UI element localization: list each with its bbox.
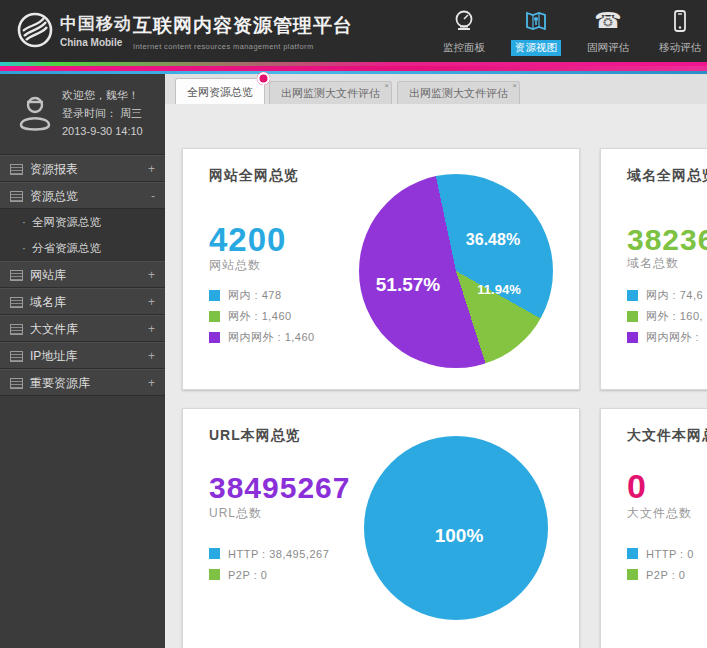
collapse-minus-icon[interactable]: - — [151, 183, 155, 209]
expand-plus-icon[interactable]: + — [148, 316, 155, 342]
app-subtitle: Internet content resources management pl… — [133, 42, 353, 51]
pie-slice-label: 51.57% — [376, 274, 440, 296]
sidebar-item-bigfile-library[interactable]: 大文件库 + — [0, 315, 165, 342]
user-panel: 欢迎您，魏华！ 登录时间： 周三 2013-9-30 14:10 — [0, 74, 165, 155]
legend-text: 网内网外 : 1,460 — [228, 330, 315, 345]
library-icon — [10, 270, 23, 281]
card-bigfile-overview: 大文件本网总览 0 大文件总数 HTTP : 0 P2P : 0 — [600, 408, 707, 648]
nav-item-monitor-panel[interactable]: 监控面板 — [428, 5, 500, 56]
sidebar-item-ip-library[interactable]: IP地址库 + — [0, 342, 165, 369]
sidebar-item-resource-report[interactable]: 资源报表 + — [0, 155, 165, 182]
sidebar: 欢迎您，魏华！ 登录时间： 周三 2013-9-30 14:10 资源报表 + … — [0, 74, 165, 648]
legend-text: 网内 : 74,6 — [646, 288, 703, 303]
legend-swatch — [627, 569, 638, 580]
pie-slice-label: 36.48% — [466, 231, 520, 249]
legend-text: 网内网外 : — [646, 330, 699, 345]
user-avatar-icon — [13, 91, 57, 135]
stat-number: 0 — [627, 467, 647, 506]
main-area: 全网资源总览 出网监测大文件评估 × 出网监测大文件评估 × 网站全网总览 42… — [165, 74, 707, 648]
welcome-text: 欢迎您，魏华！ — [62, 86, 143, 104]
tab-label: 全网资源总览 — [187, 86, 253, 98]
card-title: 域名全网总览 — [627, 167, 707, 185]
sidebar-item-label: IP地址库 — [30, 349, 77, 363]
legend-item: 网内网外 : 1,460 — [209, 327, 315, 348]
legend-swatch — [209, 569, 220, 580]
legend: 网内 : 478 网外 : 1,460 网内网外 : 1,460 — [209, 285, 315, 348]
sidebar-subitem-label: 全网资源总览 — [32, 216, 101, 228]
library-icon — [10, 297, 23, 308]
legend-text: 网内 : 478 — [228, 288, 282, 303]
expand-plus-icon[interactable]: + — [148, 262, 155, 288]
expand-plus-icon[interactable]: + — [148, 370, 155, 396]
card-domain-overview: 域名全网总览 382361 域名总数 网内 : 74,6 网外 : 160, 网… — [600, 148, 707, 390]
app-title: 互联网内容资源管理平台 — [133, 13, 353, 39]
bullet-icon: · — [22, 209, 26, 235]
legend-swatch — [627, 332, 638, 343]
sidebar-item-label: 网站库 — [30, 268, 66, 282]
sidebar-item-important-resource-library[interactable]: 重要资源库 + — [0, 369, 165, 396]
legend-text: P2P : 0 — [228, 569, 267, 581]
nav-item-resource-view[interactable]: 资源视图 — [500, 5, 572, 56]
stat-number: 382361 — [627, 223, 707, 257]
nav-item-fixed-network-eval[interactable]: ☎ 固网评估 — [572, 5, 644, 56]
legend-item: P2P : 0 — [627, 564, 694, 585]
nav-label[interactable]: 固网评估 — [583, 40, 633, 56]
pie-slice-label: 11.94% — [477, 282, 520, 297]
legend-item: 网外 : 160, — [627, 306, 703, 327]
login-time-value: 2013-9-30 14:10 — [62, 122, 143, 140]
library-icon — [10, 324, 23, 335]
card-url-overview: URL本网总览 38495267 URL总数 HTTP : 38,495,267… — [182, 408, 580, 648]
tab-outbound-bigfile-eval-2[interactable]: 出网监测大文件评估 × — [397, 81, 520, 104]
stat-number: 38495267 — [209, 471, 350, 505]
legend-swatch — [209, 311, 220, 322]
legend-item: 网内网外 : — [627, 327, 703, 348]
phone-icon: ☎ — [572, 5, 644, 37]
close-icon[interactable]: × — [512, 82, 517, 90]
legend-item: P2P : 0 — [209, 564, 329, 585]
legend-swatch — [209, 332, 220, 343]
legend-item: HTTP : 38,495,267 — [209, 543, 329, 564]
sidebar-subitem-province-overview[interactable]: · 分省资源总览 — [0, 235, 165, 261]
user-info: 欢迎您，魏华！ 登录时间： 周三 2013-9-30 14:10 — [62, 86, 143, 140]
dashboard-content: 网站全网总览 4200 网站总数 网内 : 478 网外 : 1,460 网内网… — [165, 104, 707, 648]
legend-item: 网内 : 74,6 — [627, 285, 703, 306]
legend-swatch — [627, 548, 638, 559]
expand-plus-icon[interactable]: + — [148, 289, 155, 315]
tab-bar: 全网资源总览 出网监测大文件评估 × 出网监测大文件评估 × — [165, 74, 707, 104]
sidebar-menu: 资源报表 + 资源总览 - · 全网资源总览 · 分省资源总览 网站库 + 域名… — [0, 155, 165, 396]
login-time-label: 登录时间： 周三 — [62, 104, 143, 122]
brand-name-cn: 中国移动 — [60, 12, 132, 35]
sidebar-subitem-whole-network-overview[interactable]: · 全网资源总览 — [0, 209, 165, 235]
sidebar-item-resource-overview[interactable]: 资源总览 - — [0, 182, 165, 209]
nav-label[interactable]: 资源视图 — [511, 40, 561, 56]
close-icon[interactable]: × — [384, 82, 389, 90]
legend: 网内 : 74,6 网外 : 160, 网内网外 : — [627, 285, 703, 348]
nav-label[interactable]: 移动评估 — [655, 40, 705, 56]
tab-outbound-bigfile-eval-1[interactable]: 出网监测大文件评估 × — [269, 81, 392, 104]
expand-plus-icon[interactable]: + — [148, 343, 155, 369]
accent-stripes — [0, 62, 707, 74]
report-icon — [10, 191, 23, 202]
brand-block: 中国移动 China Mobile — [60, 12, 132, 48]
sidebar-item-label: 大文件库 — [30, 322, 78, 336]
mobile-icon — [644, 5, 707, 37]
legend-item: 网外 : 1,460 — [209, 306, 315, 327]
map-icon — [500, 5, 572, 37]
china-mobile-logo-icon — [16, 11, 54, 49]
stat-label: 大文件总数 — [627, 505, 692, 522]
brand-name-en: China Mobile — [60, 37, 132, 48]
card-website-overview: 网站全网总览 4200 网站总数 网内 : 478 网外 : 1,460 网内网… — [182, 148, 580, 390]
nav-label[interactable]: 监控面板 — [439, 40, 489, 56]
sidebar-item-domain-library[interactable]: 域名库 + — [0, 288, 165, 315]
legend-item: HTTP : 0 — [627, 543, 694, 564]
app-title-block: 互联网内容资源管理平台 Internet content resources m… — [133, 13, 353, 51]
card-title: 大文件本网总览 — [627, 427, 707, 445]
legend-text: HTTP : 38,495,267 — [228, 548, 329, 560]
legend-text: 网外 : 1,460 — [228, 309, 292, 324]
sidebar-item-website-library[interactable]: 网站库 + — [0, 261, 165, 288]
sidebar-subitem-label: 分省资源总览 — [32, 242, 101, 254]
sidebar-item-label: 重要资源库 — [30, 376, 90, 390]
expand-plus-icon[interactable]: + — [148, 156, 155, 182]
nav-item-mobile-eval[interactable]: 移动评估 — [644, 5, 707, 56]
tab-whole-network-overview[interactable]: 全网资源总览 — [175, 78, 265, 104]
